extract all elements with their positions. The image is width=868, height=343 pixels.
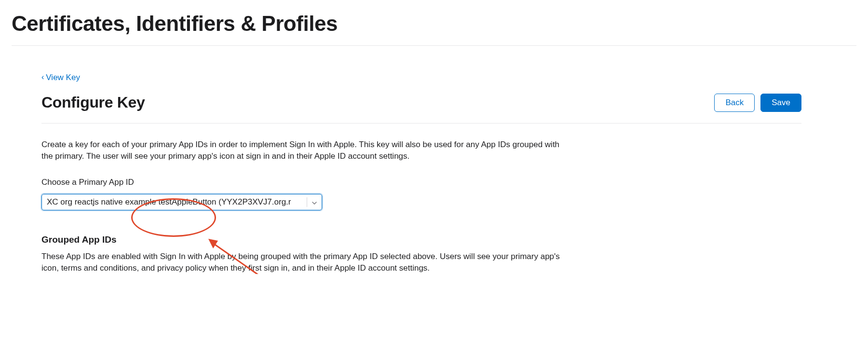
back-link-view-key[interactable]: ‹ View Key: [41, 72, 80, 83]
action-buttons: Back Save: [714, 94, 801, 112]
back-button[interactable]: Back: [714, 94, 755, 112]
primary-app-id-select[interactable]: XC org reactjs native example testAppleB…: [41, 194, 322, 210]
chevron-left-icon: ‹: [41, 73, 44, 81]
section-title: Configure Key: [41, 92, 145, 113]
primary-app-id-label: Choose a Primary App ID: [41, 177, 801, 188]
grouped-app-ids-heading: Grouped App IDs: [41, 233, 801, 247]
grouped-app-ids-text: These App IDs are enabled with Sign In w…: [41, 251, 572, 274]
back-link-label: View Key: [46, 72, 80, 83]
page-title: Certificates, Identifiers & Profiles: [12, 0, 856, 46]
primary-app-id-selected-value: XC org reactjs native example testAppleB…: [47, 196, 304, 208]
intro-text: Create a key for each of your primary Ap…: [41, 139, 572, 162]
chevron-down-icon: [312, 196, 317, 208]
select-divider: [307, 197, 307, 207]
save-button[interactable]: Save: [760, 94, 801, 112]
